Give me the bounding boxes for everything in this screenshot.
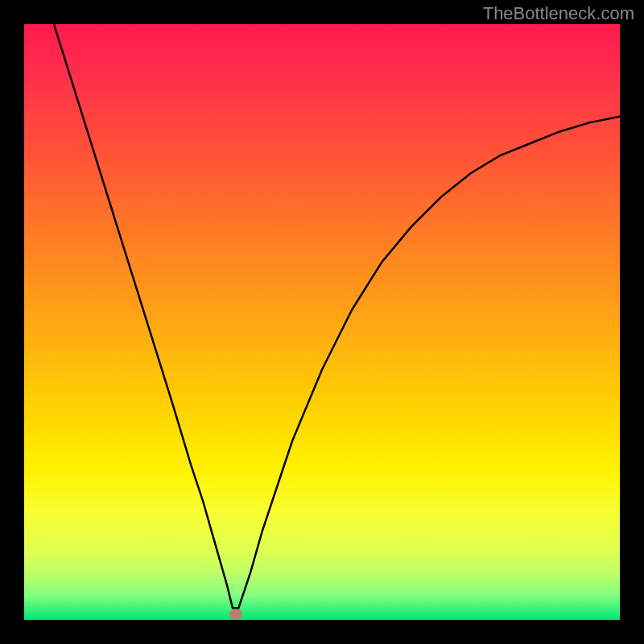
optimal-point-marker <box>229 609 242 619</box>
attribution-text: TheBottleneck.com <box>483 3 634 24</box>
bottleneck-curve <box>24 24 620 620</box>
plot-area <box>24 24 620 620</box>
